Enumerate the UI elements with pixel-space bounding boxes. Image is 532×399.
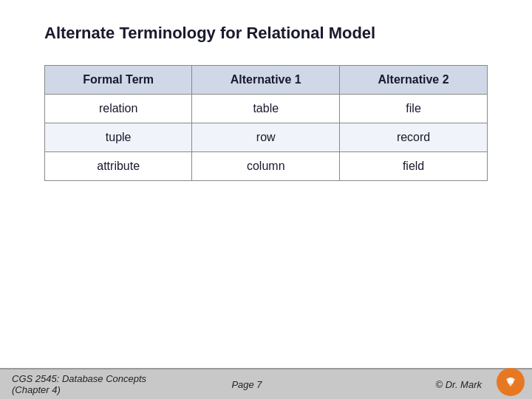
table-cell: table	[192, 95, 340, 123]
table-row: tuplerowrecord	[45, 123, 488, 152]
table-cell: tuple	[45, 123, 192, 152]
footer-center-text: Page 7	[168, 379, 325, 390]
logo-circle	[497, 368, 525, 396]
footer-bar: CGS 2545: Database Concepts (Chapter 4) …	[0, 368, 532, 399]
slide-title: Alternate Terminology for Relational Mod…	[0, 0, 532, 58]
footer-right-text: © Dr. Mark	[325, 379, 520, 390]
table-wrapper: Formal Term Alternative 1 Alternative 2 …	[0, 58, 532, 181]
col-header-alt2: Alternative 2	[340, 66, 488, 95]
table-cell: relation	[45, 95, 192, 123]
table-cell: file	[340, 95, 488, 123]
table-header-row: Formal Term Alternative 1 Alternative 2	[45, 66, 488, 95]
slide-container: Alternate Terminology for Relational Mod…	[0, 0, 532, 399]
terminology-table: Formal Term Alternative 1 Alternative 2 …	[44, 65, 488, 181]
table-cell: attribute	[45, 152, 192, 181]
table-cell: column	[192, 152, 340, 181]
table-cell: row	[192, 123, 340, 152]
col-header-formal-term: Formal Term	[45, 66, 192, 95]
table-cell: record	[340, 123, 488, 152]
table-row: relationtablefile	[45, 95, 488, 123]
footer-logo	[495, 366, 526, 398]
logo-icon	[500, 372, 521, 392]
table-cell: field	[340, 152, 488, 181]
footer-left-text: CGS 2545: Database Concepts (Chapter 4)	[12, 373, 168, 395]
svg-point-1	[508, 378, 514, 383]
col-header-alt1: Alternative 1	[192, 66, 340, 95]
table-row: attributecolumnfield	[45, 152, 488, 181]
